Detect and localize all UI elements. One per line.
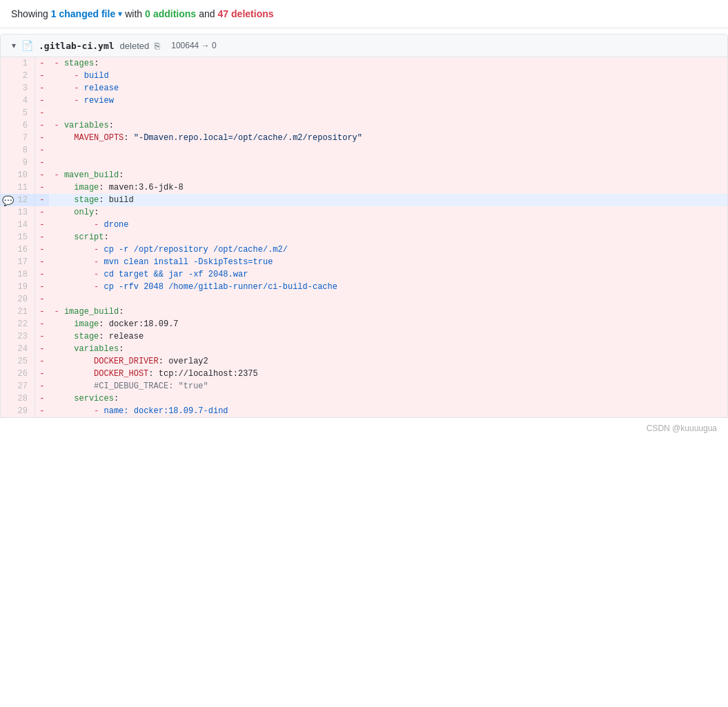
- diff-line-content: MAVEN_OPTS: "-Dmaven.repo.local=/opt/cac…: [49, 132, 728, 144]
- line-number: 5: [1, 107, 35, 119]
- line-number: 13: [1, 206, 35, 219]
- diff-line-content: - review: [49, 94, 728, 107]
- diff-marker: -: [35, 293, 49, 306]
- diff-marker: -: [35, 368, 49, 380]
- diff-row: 17- - mvn clean install -DskipTests=true: [1, 256, 728, 268]
- diff-marker: -: [35, 231, 49, 243]
- line-number: 4: [1, 94, 35, 107]
- line-number: 1: [1, 57, 35, 70]
- line-number: 💬12: [1, 194, 35, 206]
- diff-line-content: DOCKER_HOST: tcp://localhost:2375: [49, 368, 728, 380]
- diff-marker: -: [35, 144, 49, 157]
- diff-marker: -: [35, 57, 49, 70]
- diff-row: 1-- stages:: [1, 57, 728, 70]
- line-number: 17: [1, 256, 35, 268]
- diff-line-content: - build: [49, 70, 728, 82]
- diff-row: 23- stage: release: [1, 330, 728, 343]
- diff-row: 29- - name: docker:18.09.7-dind: [1, 405, 728, 418]
- diff-line-content: DOCKER_DRIVER: overlay2: [49, 355, 728, 368]
- diff-line-content: - release: [49, 82, 728, 94]
- diff-marker: -: [35, 405, 49, 418]
- diff-line-content: image: docker:18.09.7: [49, 318, 728, 330]
- diff-line-content: - drone: [49, 219, 728, 231]
- line-number: 27: [1, 380, 35, 392]
- line-number: 28: [1, 392, 35, 405]
- diff-row: 11- image: maven:3.6-jdk-8: [1, 181, 728, 194]
- diff-marker: -: [35, 306, 49, 318]
- diff-row: 8-: [1, 144, 728, 157]
- line-number: 18: [1, 268, 35, 281]
- diff-row: 13- only:: [1, 206, 728, 219]
- line-number: 16: [1, 243, 35, 256]
- diff-row: 25- DOCKER_DRIVER: overlay2: [1, 355, 728, 368]
- diff-row: 💬12- stage: build: [1, 194, 728, 206]
- line-number: 2: [1, 70, 35, 82]
- toggle-collapse-button[interactable]: ▾: [12, 41, 16, 50]
- diff-header: Showing 1 changed file ▾ with 0 addition…: [0, 0, 728, 28]
- line-number: 26: [1, 368, 35, 380]
- diff-marker: -: [35, 281, 49, 293]
- diff-line-content: [49, 107, 728, 119]
- line-number: 23: [1, 330, 35, 343]
- diff-line-content: - stages:: [49, 57, 728, 70]
- dropdown-arrow-icon[interactable]: ▾: [118, 9, 122, 19]
- line-number: 3: [1, 82, 35, 94]
- comment-icon[interactable]: 💬: [2, 195, 14, 207]
- diff-line-content: variables:: [49, 343, 728, 355]
- and-text: and: [199, 8, 215, 19]
- diff-row: 7- MAVEN_OPTS: "-Dmaven.repo.local=/opt/…: [1, 132, 728, 144]
- line-number: 25: [1, 355, 35, 368]
- diff-marker: -: [35, 94, 49, 107]
- line-number: 19: [1, 281, 35, 293]
- diff-line-content: script:: [49, 231, 728, 243]
- diff-line-content: stage: build: [49, 194, 728, 206]
- diff-line-content: - cd target && jar -xf 2048.war: [49, 268, 728, 281]
- diff-marker: -: [35, 107, 49, 119]
- diff-row: 28- services:: [1, 392, 728, 405]
- diff-row: 19- - cp -rfv 2048 /home/gitlab-runner/c…: [1, 281, 728, 293]
- diff-line-content: - image_build:: [49, 306, 728, 318]
- line-number: 21: [1, 306, 35, 318]
- file-icon: 📄: [21, 40, 33, 51]
- line-number: 8: [1, 144, 35, 157]
- line-number: 15: [1, 231, 35, 243]
- diff-row: 6-- variables:: [1, 119, 728, 132]
- diff-line-content: - mvn clean install -DskipTests=true: [49, 256, 728, 268]
- diff-marker: -: [35, 256, 49, 268]
- mode-info: 100644 → 0: [171, 41, 216, 50]
- diff-table: 1-- stages:2- - build3- - release4- - re…: [0, 57, 728, 418]
- diff-line-content: only:: [49, 206, 728, 219]
- diff-marker: -: [35, 268, 49, 281]
- diff-line-content: image: maven:3.6-jdk-8: [49, 181, 728, 194]
- diff-line-content: [49, 157, 728, 169]
- line-number: 22: [1, 318, 35, 330]
- changed-file-label: changed file: [59, 8, 116, 19]
- copy-path-icon[interactable]: ⎘: [155, 41, 160, 51]
- diff-marker: -: [35, 70, 49, 82]
- diff-row: 18- - cd target && jar -xf 2048.war: [1, 268, 728, 281]
- diff-marker: -: [35, 82, 49, 94]
- diff-line-content: - cp -rfv 2048 /home/gitlab-runner/ci-bu…: [49, 281, 728, 293]
- showing-text: Showing: [11, 8, 48, 19]
- diff-row: 24- variables:: [1, 343, 728, 355]
- deleted-badge: deleted: [120, 41, 150, 51]
- diff-row: 3- - release: [1, 82, 728, 94]
- diff-line-content: - cp -r /opt/repository /opt/cache/.m2/: [49, 243, 728, 256]
- filename: .gitlab-ci.yml: [39, 41, 115, 51]
- diff-line-content: - variables:: [49, 119, 728, 132]
- line-number: 29: [1, 405, 35, 418]
- diff-marker: -: [35, 330, 49, 343]
- diff-line-content: - name: docker:18.09.7-dind: [49, 405, 728, 418]
- diff-row: 14- - drone: [1, 219, 728, 231]
- diff-marker: -: [35, 169, 49, 181]
- deletions-count: 47: [217, 8, 228, 19]
- diff-row: 22- image: docker:18.09.7: [1, 318, 728, 330]
- additions-count: 0: [145, 8, 150, 19]
- line-number: 20: [1, 293, 35, 306]
- diff-marker: -: [35, 157, 49, 169]
- diff-row: 16- - cp -r /opt/repository /opt/cache/.…: [1, 243, 728, 256]
- line-number: 7: [1, 132, 35, 144]
- diff-marker: -: [35, 380, 49, 392]
- diff-marker: -: [35, 194, 49, 206]
- line-number: 14: [1, 219, 35, 231]
